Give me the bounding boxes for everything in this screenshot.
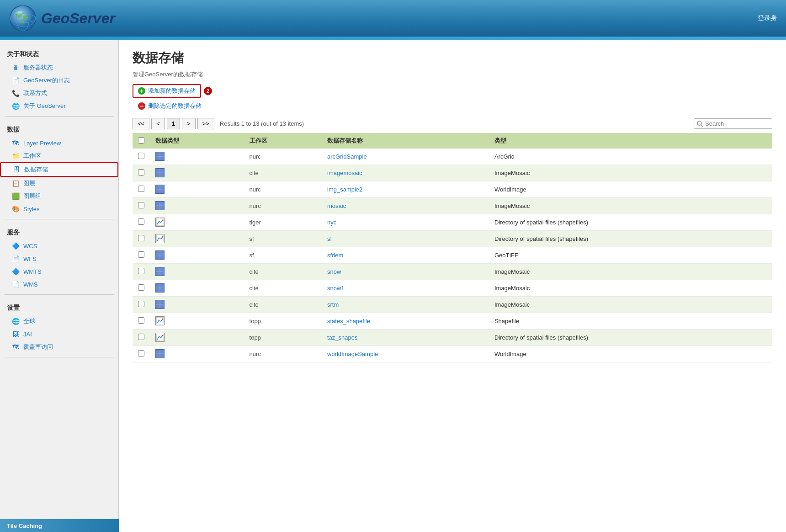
sidebar-item-layers[interactable]: 📋图层: [0, 177, 118, 190]
row-checkbox-7[interactable]: [138, 268, 144, 274]
add-btn-label: 添加新的数据存储: [148, 87, 196, 95]
dtype-icon-6: [155, 250, 165, 260]
search-icon: [697, 121, 703, 127]
row-checkbox-0[interactable]: [138, 153, 144, 159]
logo-area: GeoServer: [9, 5, 115, 32]
sidebar-item-server-status[interactable]: 🖥服务器状态: [0, 61, 118, 74]
global-label: 全球: [23, 317, 35, 325]
workspaces-icon: 📁: [11, 152, 20, 160]
sidebar-item-global[interactable]: 🌐全球: [0, 315, 118, 328]
cell-name-link-12[interactable]: worldImageSample: [327, 351, 378, 357]
wms-icon: 📄: [11, 280, 20, 288]
sidebar-item-layer-preview[interactable]: 🗺Layer Preview: [0, 137, 118, 149]
row-checkbox-1[interactable]: [138, 169, 144, 176]
cell-name-link-3[interactable]: mosaic: [327, 202, 346, 209]
row-checkbox-11[interactable]: [138, 334, 144, 340]
table-row: citesnow1ImageMosaic: [133, 280, 772, 297]
layers-icon: 📋: [11, 179, 20, 187]
remove-datastore-button[interactable]: − 删除选定的数据存储: [133, 100, 772, 112]
search-input[interactable]: [705, 120, 769, 127]
table-body: nurcarcGridSampleArcGridciteimagemosaicI…: [133, 149, 772, 362]
layers-label: 图层: [23, 179, 35, 187]
svg-point-41: [162, 236, 164, 238]
styles-icon: 🎨: [11, 205, 20, 213]
cell-name-link-5[interactable]: sf: [327, 235, 332, 242]
sidebar-item-contact[interactable]: 📞联系方式: [0, 87, 118, 100]
select-all-checkbox[interactable]: [138, 137, 144, 144]
jai-icon: 🖼: [11, 330, 20, 338]
cell-type-2: WorldImage: [489, 181, 772, 198]
row-checkbox-6[interactable]: [138, 251, 144, 258]
layer-preview-label: Layer Preview: [23, 140, 61, 147]
login-link[interactable]: 登录身: [758, 14, 777, 22]
cell-name-link-9[interactable]: srtm: [327, 301, 339, 308]
table-row: toppstates_shapefileShapefile: [133, 313, 772, 330]
cell-type-3: ImageMosaic: [489, 198, 772, 214]
sidebar-item-wmts[interactable]: 🔷WMTS: [0, 265, 118, 278]
datastores-icon: 🗄: [12, 165, 21, 174]
row-checkbox-3[interactable]: [138, 202, 144, 208]
wmts-icon: 🔷: [11, 267, 20, 276]
tile-caching-bar[interactable]: Tile Caching: [0, 519, 119, 532]
sidebar-item-wfs[interactable]: 📄WFS: [0, 252, 118, 265]
dtype-icon-7: [155, 267, 165, 276]
row-checkbox-9[interactable]: [138, 301, 144, 307]
pagination-next[interactable]: >: [182, 118, 196, 129]
table-row: tigernycDirectory of spatial files (shap…: [133, 214, 772, 231]
sidebar-divider-1: [5, 219, 114, 219]
sidebar-item-jai[interactable]: 🖼JAI: [0, 328, 118, 340]
cell-name-link-6[interactable]: sfdem: [327, 252, 343, 259]
pagination-prev[interactable]: <: [151, 118, 165, 129]
wms-label: WMS: [23, 281, 38, 288]
sidebar-item-styles[interactable]: 🎨Styles: [0, 202, 118, 215]
row-checkbox-10[interactable]: [138, 317, 144, 324]
row-checkbox-4[interactable]: [138, 218, 144, 225]
table-row: nurcimg_sample2WorldImage: [133, 181, 772, 198]
sidebar-item-coverage-access[interactable]: 🗺覆盖率访问: [0, 340, 118, 353]
dtype-icon-3: [155, 201, 165, 210]
pagination-first[interactable]: <<: [133, 118, 149, 129]
layergroups-icon: 🟩: [11, 192, 20, 200]
cell-name-link-10[interactable]: states_shapefile: [327, 318, 370, 325]
sidebar-item-wcs[interactable]: 🔷WCS: [0, 239, 118, 252]
cell-type-10: Shapefile: [489, 313, 772, 330]
cell-name-link-11[interactable]: taz_shapes: [327, 334, 358, 341]
sidebar-item-geoserver-logs[interactable]: 📄GeoServer的日志: [0, 74, 118, 87]
row-checkbox-5[interactable]: [138, 235, 144, 241]
cell-workspace-10: topp: [244, 313, 322, 330]
server-status-label: 服务器状态: [23, 64, 53, 72]
sidebar-item-workspaces[interactable]: 📁工作区: [0, 149, 118, 162]
cell-name-link-8[interactable]: snow1: [327, 285, 345, 292]
cell-name-link-7[interactable]: snow: [327, 268, 341, 275]
sidebar-divider-0: [5, 116, 114, 117]
dtype-icon-0: [155, 152, 165, 161]
sidebar-item-about[interactable]: 🌐关于 GeoServer: [0, 100, 118, 112]
cell-name-link-0[interactable]: arcGridSample: [327, 153, 367, 160]
cell-name-link-1[interactable]: imagemosaic: [327, 170, 362, 176]
dtype-icon-9: [155, 300, 165, 309]
table-row: sfsfdemGeoTIFF: [133, 247, 772, 264]
cell-type-8: ImageMosaic: [489, 280, 772, 297]
cell-workspace-1: cite: [244, 165, 322, 181]
svg-point-39: [162, 220, 164, 221]
geoserver-logs-icon: 📄: [11, 76, 20, 85]
pagination-last[interactable]: >>: [197, 118, 214, 129]
add-datastore-button[interactable]: + 添加新的数据存储: [133, 84, 201, 98]
cell-name-link-4[interactable]: nyc: [327, 219, 336, 226]
sidebar-item-wms[interactable]: 📄WMS: [0, 278, 118, 291]
cell-workspace-7: cite: [244, 264, 322, 280]
table-row: nurcarcGridSampleArcGrid: [133, 149, 772, 165]
main-layout: 关于和状态🖥服务器状态📄GeoServer的日志📞联系方式🌐关于 GeoServ…: [0, 40, 786, 532]
dtype-icon-12: [155, 349, 165, 358]
pagination-current[interactable]: 1: [167, 118, 180, 129]
sidebar-item-datastores[interactable]: 🗄数据存储: [0, 162, 118, 177]
wfs-label: WFS: [23, 255, 37, 262]
cell-name-link-2[interactable]: img_sample2: [327, 186, 362, 193]
sidebar-item-layergroups[interactable]: 🟩图层组: [0, 190, 118, 202]
row-checkbox-12[interactable]: [138, 350, 144, 356]
table-row: sfsfDirectory of spatial files (shapefil…: [133, 231, 772, 247]
row-checkbox-8[interactable]: [138, 284, 144, 291]
search-box[interactable]: [694, 118, 772, 129]
remove-btn-label: 删除选定的数据存储: [148, 102, 202, 110]
row-checkbox-2[interactable]: [138, 186, 144, 192]
